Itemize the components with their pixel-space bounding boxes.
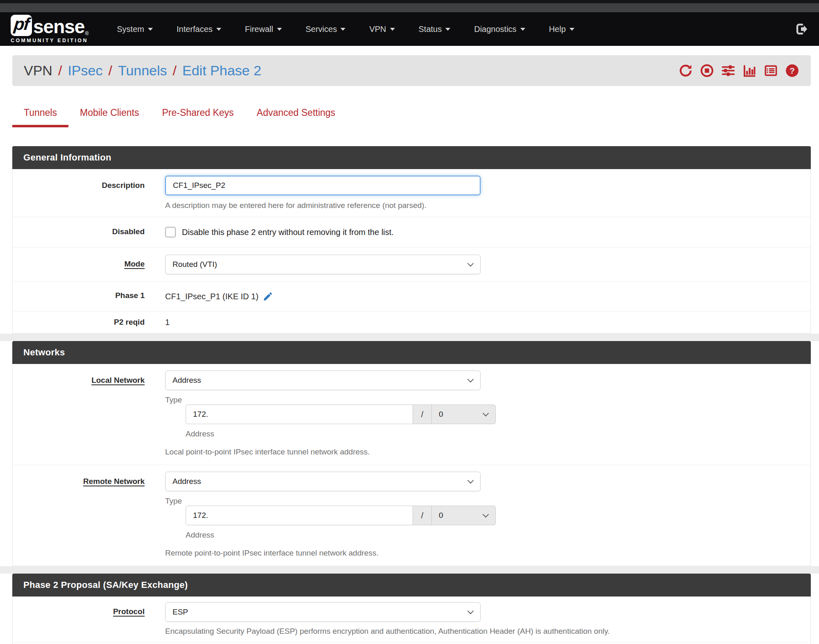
remote-network-help: Remote point-to-point IPsec interface tu… — [165, 549, 810, 558]
chevron-down-icon — [467, 260, 474, 267]
address-mask-separator: / — [413, 404, 432, 424]
panel-networks-heading: Networks — [12, 341, 811, 364]
help-icon[interactable]: ? — [785, 63, 799, 78]
tab-pre-shared-keys[interactable]: Pre-Shared Keys — [150, 101, 245, 127]
breadcrumb-separator: / — [173, 63, 177, 79]
chevron-down-icon — [148, 28, 153, 31]
local-network-type-select[interactable]: Address — [165, 371, 481, 390]
chevron-down-icon — [483, 410, 489, 417]
disabled-checkbox[interactable] — [165, 227, 176, 237]
breadcrumb-bar: VPN / IPsec / Tunnels / Edit Phase 2 — [12, 55, 811, 86]
description-input[interactable] — [165, 176, 481, 195]
panel-gap — [0, 334, 819, 341]
row-encryption-aes: Encryption Algorithms AES 256 bits — [13, 642, 810, 644]
tab-advanced-settings[interactable]: Advanced Settings — [245, 101, 347, 127]
breadcrumb: VPN / IPsec / Tunnels / Edit Phase 2 — [24, 63, 261, 79]
chevron-down-icon — [340, 28, 345, 31]
remote-address-help: Address — [186, 531, 496, 540]
sign-out-icon[interactable] — [794, 22, 808, 36]
local-type-help: Type — [165, 395, 481, 404]
logo-subtitle: COMMUNITY EDITION — [11, 38, 88, 43]
local-network-label: Local Network — [91, 376, 145, 384]
row-protocol: Protocol ESP Encapsulating Security Payl… — [13, 597, 810, 642]
nav-item-status[interactable]: Status — [407, 12, 463, 46]
row-p2reqid: P2 reqid 1 — [13, 311, 810, 333]
remote-network-type-select[interactable]: Address — [165, 472, 481, 491]
chevron-down-icon — [390, 28, 395, 31]
remote-type-help: Type — [165, 497, 481, 506]
logo-sense-text: sense — [33, 17, 84, 36]
page-action-icons: ? — [678, 63, 799, 78]
address-mask-separator: / — [413, 506, 432, 525]
remote-network-address-input[interactable] — [186, 506, 413, 525]
chevron-down-icon — [520, 28, 525, 31]
tab-bar: Tunnels Mobile Clients Pre-Shared Keys A… — [12, 101, 811, 127]
refresh-icon[interactable] — [678, 63, 693, 78]
row-description: Description A description may be entered… — [13, 169, 810, 217]
nav-item-system[interactable]: System — [105, 12, 165, 46]
breadcrumb-separator: / — [108, 63, 112, 79]
sliders-icon[interactable] — [721, 63, 735, 78]
description-help: A description may be entered here for ad… — [165, 201, 810, 210]
panel-title: Phase 2 Proposal (SA/Key Exchange) — [23, 580, 188, 590]
mode-label: Mode — [124, 260, 145, 268]
panel-gap — [0, 566, 819, 574]
pfsense-logo[interactable]: pf sense ® COMMUNITY EDITION — [11, 15, 88, 43]
nav-item-help[interactable]: Help — [537, 12, 586, 46]
disabled-label: Disabled — [112, 227, 145, 236]
disabled-checkbox-label: Disable this phase 2 entry without remov… — [182, 228, 394, 237]
remote-network-mask-select[interactable]: 0 — [432, 506, 496, 525]
logo-registered-mark: ® — [85, 31, 88, 36]
local-network-mask-select[interactable]: 0 — [432, 404, 496, 424]
nav-menu: System Interfaces Firewall Services VPN … — [105, 12, 586, 46]
protocol-help: Encapsulating Security Payload (ESP) per… — [165, 627, 810, 636]
bar-chart-icon[interactable] — [742, 63, 757, 78]
panel-proposal-heading: Phase 2 Proposal (SA/Key Exchange) — [12, 574, 811, 597]
panel-title: General Information — [23, 152, 111, 163]
p2reqid-value: 1 — [165, 318, 170, 327]
stop-icon[interactable] — [700, 63, 714, 78]
top-navbar: pf sense ® COMMUNITY EDITION System Inte… — [0, 12, 819, 46]
tab-tunnels[interactable]: Tunnels — [12, 101, 68, 127]
chevron-down-icon — [445, 28, 450, 31]
tab-mobile-clients[interactable]: Mobile Clients — [68, 101, 150, 127]
local-network-help: Local point-to-point IPsec interface tun… — [165, 447, 810, 456]
panel-general-information: General Information Description A descri… — [12, 146, 811, 334]
logo-pf-text: pf — [13, 14, 30, 34]
panel-phase2-proposal: Phase 2 Proposal (SA/Key Exchange) Proto… — [12, 574, 811, 644]
local-network-address-input[interactable] — [186, 404, 413, 424]
page-content: VPN / IPsec / Tunnels / Edit Phase 2 — [0, 55, 819, 644]
log-list-icon[interactable] — [764, 63, 778, 78]
breadcrumb-link-edit-phase2[interactable]: Edit Phase 2 — [182, 63, 261, 79]
chevron-down-icon — [216, 28, 221, 31]
breadcrumb-link-tunnels[interactable]: Tunnels — [118, 63, 167, 79]
nav-item-firewall[interactable]: Firewall — [233, 12, 294, 46]
p2reqid-label: P2 reqid — [114, 318, 145, 326]
chevron-down-icon — [467, 477, 474, 484]
chevron-down-icon — [483, 511, 489, 518]
protocol-select[interactable]: ESP — [165, 602, 481, 622]
nav-item-vpn[interactable]: VPN — [357, 12, 406, 46]
chevron-down-icon — [467, 608, 474, 615]
panel-general-heading: General Information — [12, 146, 811, 169]
browser-chrome-strip — [0, 3, 819, 12]
remote-network-label: Remote Network — [83, 477, 145, 486]
breadcrumb-separator: / — [58, 63, 62, 79]
pf-logo-mark: pf — [11, 15, 32, 36]
description-label: Description — [102, 181, 145, 190]
nav-item-diagnostics[interactable]: Diagnostics — [462, 12, 537, 46]
edit-pencil-icon[interactable] — [263, 291, 273, 302]
phase1-label: Phase 1 — [115, 291, 145, 300]
row-phase1: Phase 1 CF1_IPsec_P1 (IKE ID 1) — [13, 281, 810, 311]
mode-select[interactable]: Routed (VTI) — [165, 255, 481, 274]
nav-item-services[interactable]: Services — [294, 12, 358, 46]
phase1-value: CF1_IPsec_P1 (IKE ID 1) — [165, 292, 259, 301]
breadcrumb-link-ipsec[interactable]: IPsec — [68, 63, 102, 79]
row-disabled: Disabled Disable this phase 2 entry with… — [13, 217, 810, 247]
chevron-down-icon — [569, 28, 574, 31]
chevron-down-icon — [277, 28, 282, 31]
nav-item-interfaces[interactable]: Interfaces — [165, 12, 233, 46]
row-remote-network: Remote Network Address Type / — [13, 465, 810, 566]
svg-text:?: ? — [790, 66, 795, 75]
protocol-label: Protocol — [113, 607, 145, 616]
